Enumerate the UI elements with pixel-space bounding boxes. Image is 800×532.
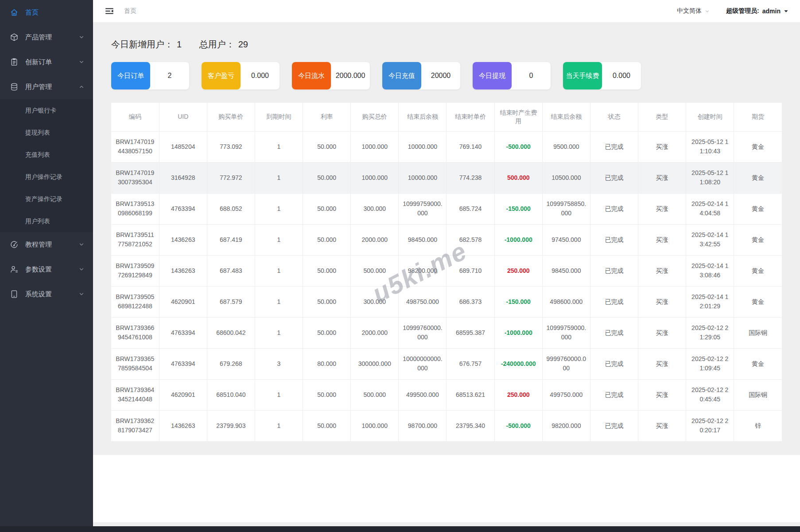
chevron-down-icon: [78, 34, 85, 41]
table-cell: 已完成: [590, 379, 638, 410]
sidebar-item-products[interactable]: 产品管理: [0, 25, 93, 50]
breadcrumb[interactable]: 首页: [124, 7, 136, 15]
bottom-bar: [0, 526, 800, 532]
table-cell: 80.000: [303, 348, 351, 379]
table-cell: 1: [255, 286, 303, 317]
sidebar-subitem[interactable]: 用户银行卡: [0, 99, 93, 121]
column-header: 结束后余额: [542, 103, 590, 131]
table-cell: 300.000: [351, 193, 399, 224]
table-cell: 黄金: [734, 255, 782, 286]
table-cell: 已完成: [590, 131, 638, 162]
table-row[interactable]: BRW174701944380571501485204773.092150.00…: [111, 131, 782, 162]
stat-card: 今日订单2: [111, 62, 189, 89]
table-row[interactable]: BRW17393643452144048462090168510.040150.…: [111, 379, 782, 410]
table-cell: 4620901: [159, 379, 207, 410]
table-cell: 772.972: [207, 162, 255, 193]
user-menu[interactable]: 超级管理员: admin: [726, 7, 788, 15]
table-cell: 686.373: [447, 286, 494, 317]
column-header: 编码: [111, 103, 159, 131]
table-cell: BRW17393628179073427: [111, 410, 159, 441]
column-header: 创建时间: [686, 103, 734, 131]
column-header: 结束时单价: [447, 103, 494, 131]
table-cell: 买涨: [638, 162, 686, 193]
sidebar-toggle-button[interactable]: [105, 6, 114, 16]
sidebar-subitem[interactable]: 提现列表: [0, 121, 93, 144]
product-icon: [10, 33, 19, 42]
chevron-down-icon: [78, 266, 85, 273]
table-cell: 黄金: [734, 224, 782, 255]
table-row[interactable]: BRW17393669454761008476339468600.042150.…: [111, 317, 782, 348]
table-row[interactable]: BRW173951309860681994763394688.052150.00…: [111, 193, 782, 224]
table-cell: -1000.000: [494, 224, 542, 255]
table-cell: 300.000: [351, 286, 399, 317]
table-row[interactable]: BRW173951177587210521436263687.419150.00…: [111, 224, 782, 255]
sidebar-item-label: 产品管理: [25, 33, 52, 42]
sidebar-subitem[interactable]: 用户操作记录: [0, 166, 93, 188]
stat-card: 今日提现0: [473, 62, 551, 89]
table-row[interactable]: BRW173936578595845044763394679.268380.00…: [111, 348, 782, 379]
table-cell: 687.579: [207, 286, 255, 317]
language-label: 中文简体: [677, 7, 702, 15]
table-cell: 50.000: [303, 379, 351, 410]
users-icon: [10, 82, 19, 91]
sidebar-item-tutorials[interactable]: 教程管理: [0, 232, 93, 257]
sidebar-item-params[interactable]: 参数设置: [0, 257, 93, 282]
table-cell: 679.268: [207, 348, 255, 379]
language-selector[interactable]: 中文简体: [677, 7, 710, 15]
sidebar-subitem[interactable]: 充值列表: [0, 144, 93, 166]
table-cell: 500.000: [351, 379, 399, 410]
table-row[interactable]: BRW173950568981224884620901687.579150.00…: [111, 286, 782, 317]
sidebar-subitem[interactable]: 用户列表: [0, 210, 93, 232]
user-role-label: 超级管理员:: [726, 7, 759, 15]
table-cell: 买涨: [638, 255, 686, 286]
table-row[interactable]: BRW173950972691298491436263687.483150.00…: [111, 255, 782, 286]
table-cell: -150.000: [494, 193, 542, 224]
table-cell: 769.140: [447, 131, 494, 162]
sidebar-item-system[interactable]: 系统设置: [0, 282, 93, 307]
table-cell: 68513.621: [447, 379, 494, 410]
footer-panel: [93, 455, 800, 522]
table-cell: 9500.000: [542, 131, 590, 162]
table-cell: 1: [255, 193, 303, 224]
table-cell: 已完成: [590, 193, 638, 224]
new-users-stat: 今日新增用户：1: [111, 39, 182, 49]
table-cell: -500.000: [494, 410, 542, 441]
new-users-value: 1: [177, 39, 182, 49]
table-cell: 68600.042: [207, 317, 255, 348]
table-cell: 68510.040: [207, 379, 255, 410]
table-body: BRW174701944380571501485204773.092150.00…: [111, 131, 782, 441]
table-cell: 10999759000.000: [542, 317, 590, 348]
table-cell: 国际铜: [734, 379, 782, 410]
total-users-stat: 总用户：29: [199, 39, 248, 49]
sidebar-item-home[interactable]: 首页: [0, 0, 93, 25]
table-row[interactable]: BRW17393628179073427143626323799.903150.…: [111, 410, 782, 441]
table-cell: 买涨: [638, 410, 686, 441]
table-cell: 买涨: [638, 193, 686, 224]
table-cell: 已完成: [590, 348, 638, 379]
sidebar-item-users[interactable]: 用户管理: [0, 74, 93, 99]
table-cell: -150.000: [494, 286, 542, 317]
sidebar-subitem[interactable]: 资产操作记录: [0, 188, 93, 210]
table-cell: 3: [255, 348, 303, 379]
table-cell: 774.238: [447, 162, 494, 193]
table-cell: 3164928: [159, 162, 207, 193]
table-cell: 2025-02-14 12:01:29: [686, 286, 734, 317]
table-cell: 10999758850.000: [542, 193, 590, 224]
table-cell: 已完成: [590, 286, 638, 317]
table-cell: 23799.903: [207, 410, 255, 441]
table-cell: 4763394: [159, 348, 207, 379]
column-header: 到期时间: [255, 103, 303, 131]
sidebar-item-orders[interactable]: 创新订单: [0, 50, 93, 74]
chevron-down-icon: [78, 241, 85, 248]
stat-card: 当天手续费0.000: [563, 62, 641, 89]
table-cell: 9999760000.000: [542, 348, 590, 379]
table-cell: 2025-02-12 21:29:05: [686, 317, 734, 348]
table-cell: 50.000: [303, 193, 351, 224]
table-cell: 98450.000: [399, 224, 447, 255]
table-cell: 1: [255, 224, 303, 255]
table-cell: 已完成: [590, 317, 638, 348]
table-cell: 23795.340: [447, 410, 494, 441]
stat-card: 今日流水2000.000: [292, 62, 370, 89]
stat-card-value: 2: [150, 62, 189, 89]
table-row[interactable]: BRW174701930073953043164928772.972150.00…: [111, 162, 782, 193]
